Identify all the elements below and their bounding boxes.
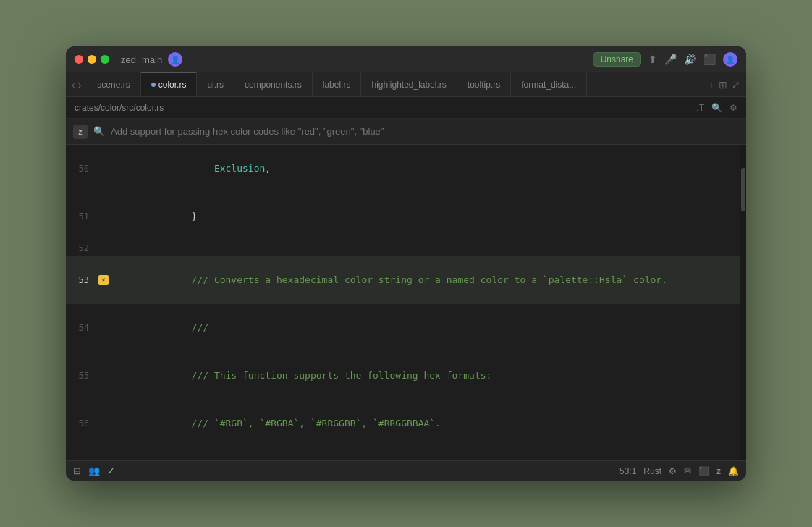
more-options-icon[interactable]: ⚙ xyxy=(729,103,737,113)
tab-back-button[interactable]: ‹ xyxy=(72,79,75,90)
expand-button[interactable]: ⤢ xyxy=(732,79,740,90)
tab-ui[interactable]: ui.rs xyxy=(197,72,234,97)
statusbar-right: 53:1 Rust ⚙ ✉ ⬛ z 🔔 xyxy=(619,466,739,476)
code-line: 55 /// This function supports the follow… xyxy=(66,352,746,400)
unshare-button[interactable]: Unshare xyxy=(593,52,641,67)
code-line: 57 /// It also supports named colors: "r… xyxy=(66,447,746,460)
mic-icon[interactable]: 🎤 xyxy=(664,54,677,65)
cursor-position: 53:1 xyxy=(619,466,636,476)
audio-icon[interactable]: 🔊 xyxy=(684,54,696,65)
breadcrumb-bar: crates/color/src/color.rs :T 🔍 ⚙ xyxy=(66,97,746,119)
breadcrumb: crates/color/src/color.rs xyxy=(75,103,164,113)
collaborators-icon[interactable]: 👥 xyxy=(88,465,100,476)
code-line: 51 } xyxy=(66,193,746,240)
share-icon[interactable]: ⬆ xyxy=(648,54,657,65)
tab-scene[interactable]: scene.rs xyxy=(87,72,140,97)
code-line: 56 /// `#RGB`, `#RGBA`, `#RRGGBB`, `#RRG… xyxy=(66,400,746,447)
split-view-button[interactable]: ⊞ xyxy=(719,79,727,90)
scrollbar-track[interactable] xyxy=(740,145,746,460)
titlebar-center: zed main 👤 xyxy=(121,52,182,67)
tab-nav[interactable]: ‹ › xyxy=(66,79,87,90)
terminal-icon[interactable]: ⬛ xyxy=(698,466,709,476)
search-icon[interactable]: 🔍 xyxy=(711,103,722,113)
code-line: 52 xyxy=(66,240,746,256)
titlebar: zed main 👤 Unshare ⬆ 🎤 🔊 ⬛ 👤 xyxy=(66,46,746,72)
code-line-active: 53 ⚡ /// Converts a hexadecimal color st… xyxy=(66,256,746,304)
app-name: zed xyxy=(121,54,136,65)
close-button[interactable] xyxy=(75,55,83,64)
panel-toggle-icon[interactable]: ⊟ xyxy=(73,465,81,476)
code-line: 54 /// xyxy=(66,304,746,352)
main-window: zed main 👤 Unshare ⬆ 🎤 🔊 ⬛ 👤 ‹ › scene.r… xyxy=(66,46,746,481)
commit-icon: z xyxy=(73,125,88,139)
format-button[interactable]: :T xyxy=(696,103,704,113)
tab-forward-button[interactable]: › xyxy=(78,79,82,90)
minimize-button[interactable] xyxy=(88,55,96,64)
traffic-lights xyxy=(75,55,109,64)
ai-icon[interactable]: z xyxy=(716,466,721,476)
tab-format-dist[interactable]: format_dista... xyxy=(511,72,587,97)
branch-name: main xyxy=(142,54,162,65)
scrollbar-thumb[interactable] xyxy=(741,168,745,211)
commit-search-icon: 🔍 xyxy=(93,126,105,137)
tabs-actions: + ⊞ ⤢ xyxy=(703,79,746,90)
editor-content: 50 Exclusion, 51 } xyxy=(66,145,746,460)
add-tab-button[interactable]: + xyxy=(709,79,714,90)
code-line: 50 Exclusion, xyxy=(66,145,746,193)
tab-color[interactable]: color.rs xyxy=(141,72,198,97)
commit-bar: z 🔍 xyxy=(66,119,746,145)
notification-icon[interactable]: 🔔 xyxy=(728,466,739,476)
editor: 50 Exclusion, 51 } xyxy=(66,145,746,460)
breadcrumb-actions: :T 🔍 ⚙ xyxy=(696,103,737,113)
statusbar-left: ⊟ 👥 ✓ xyxy=(73,465,115,476)
tabs-bar: ‹ › scene.rs color.rs ui.rs components.r… xyxy=(66,72,746,97)
language-indicator[interactable]: Rust xyxy=(643,466,661,476)
tab-label[interactable]: label.rs xyxy=(313,72,362,97)
statusbar: ⊟ 👥 ✓ 53:1 Rust ⚙ ✉ ⬛ z 🔔 xyxy=(66,460,746,481)
tab-tooltip[interactable]: tooltip.rs xyxy=(457,72,511,97)
tab-components[interactable]: components.rs xyxy=(234,72,313,97)
status-check-icon: ✓ xyxy=(107,465,115,476)
user-avatar[interactable]: 👤 xyxy=(723,52,737,67)
screen-icon[interactable]: ⬛ xyxy=(703,54,716,65)
fullscreen-button[interactable] xyxy=(101,55,109,64)
commit-input[interactable] xyxy=(111,126,739,137)
avatar: 👤 xyxy=(168,52,182,67)
titlebar-right: Unshare ⬆ 🎤 🔊 ⬛ 👤 xyxy=(593,52,737,67)
code-lines: 50 Exclusion, 51 } xyxy=(66,145,746,460)
tab-highlighted-label[interactable]: highlighted_label.rs xyxy=(361,72,457,97)
mail-icon[interactable]: ✉ xyxy=(684,466,691,476)
code-area: 50 Exclusion, 51 } xyxy=(66,145,746,460)
format-status-icon[interactable]: ⚙ xyxy=(669,466,677,476)
tab-modified-dot xyxy=(151,83,156,87)
